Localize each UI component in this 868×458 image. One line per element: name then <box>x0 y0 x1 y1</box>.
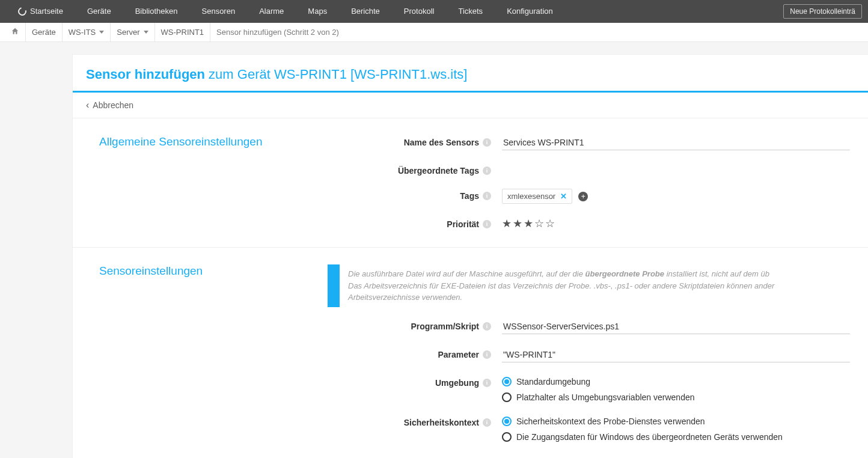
env-option-placeholder[interactable]: Platzhalter als Umgebungsvariablen verwe… <box>502 392 850 402</box>
nav-alarme[interactable]: Alarme <box>247 0 296 23</box>
chevron-down-icon <box>144 31 148 34</box>
parameter-input[interactable] <box>502 347 850 362</box>
nav-label: Protokoll <box>404 0 435 23</box>
label-text: Parameter <box>438 350 480 359</box>
nav-label: Alarme <box>259 0 284 23</box>
info-icon[interactable]: i <box>483 166 491 175</box>
crumb-label: Server <box>117 28 139 37</box>
nav-maps[interactable]: Maps <box>296 0 339 23</box>
crumb-label: Geräte <box>32 28 56 37</box>
tag-chip[interactable]: xmlexesensor ✕ <box>502 189 572 204</box>
row-program: Programm/Skript i <box>328 319 850 334</box>
sensor-name-input[interactable] <box>502 135 850 150</box>
nav-label: Tickets <box>458 0 483 23</box>
nav-startseite[interactable]: Startseite <box>6 0 75 23</box>
label-text: Tags <box>460 191 479 201</box>
control-parameter <box>502 347 850 362</box>
top-nav-right: Neue Protokolleinträ <box>783 4 862 19</box>
page-title-bold: Sensor hinzufügen <box>86 67 205 82</box>
home-icon <box>11 27 19 37</box>
row-mutex: Name des Mutex i <box>328 455 850 459</box>
row-priority: Priorität i ★ ★ ★ ☆ ☆ <box>328 217 850 230</box>
info-text: Die ausführbare Datei wird auf der Masch… <box>340 264 783 307</box>
row-parameter: Parameter i <box>328 347 850 362</box>
star-2-icon[interactable]: ★ <box>513 217 522 230</box>
nav-label: Bibliotheken <box>135 0 178 23</box>
label-text: Übergeordnete Tags <box>398 166 479 176</box>
logo-icon <box>16 5 28 17</box>
crumb-label: WS-ITS <box>69 28 96 37</box>
crumb-label: WS-PRINT1 <box>161 28 204 37</box>
label-environment: Umgebung i <box>328 376 502 388</box>
tag-label: xmlexesensor <box>507 192 555 201</box>
nav-geraete[interactable]: Geräte <box>75 0 123 23</box>
main-panel: Sensor hinzufügen zum Gerät WS-PRINT1 [W… <box>72 54 868 458</box>
radio-icon <box>502 432 512 442</box>
nav-berichte[interactable]: Berichte <box>339 0 392 23</box>
row-parent-tags: Übergeordnete Tags i <box>328 163 850 176</box>
row-environment: Umgebung i Standardumgebung Platzhalter … <box>328 376 850 402</box>
star-4-icon[interactable]: ☆ <box>534 217 544 230</box>
crumb-server[interactable]: Server <box>111 23 154 42</box>
label-text: Programm/Skript <box>411 322 479 331</box>
priority-stars: ★ ★ ★ ☆ ☆ <box>502 217 850 230</box>
control-tags: xmlexesensor ✕ + <box>502 189 850 204</box>
radio-icon <box>502 417 512 426</box>
control-program <box>502 319 850 334</box>
info-icon[interactable]: i <box>483 220 491 228</box>
info-line1-post: installiert ist, nicht auf dem üb <box>664 269 769 278</box>
info-line1-bold: übergeordnete Probe <box>585 269 664 278</box>
radio-icon <box>502 377 512 386</box>
info-icon[interactable]: i <box>483 192 491 200</box>
star-1-icon[interactable]: ★ <box>502 217 512 230</box>
radio-label: Die Zugangsdaten für Windows des übergeo… <box>516 432 783 442</box>
crumb-geraete[interactable]: Geräte <box>26 23 63 42</box>
row-security: Sicherheitskontext i Sicherheitskontext … <box>328 415 850 442</box>
label-tags: Tags i <box>328 189 502 201</box>
info-icon[interactable]: i <box>483 138 491 147</box>
crumb-wsits[interactable]: WS-ITS <box>63 23 111 42</box>
control-security: Sicherheitskontext des Probe-Dienstes ve… <box>502 415 850 442</box>
info-icon[interactable]: i <box>483 379 491 387</box>
section-body: Die ausführbare Datei wird auf der Masch… <box>328 264 850 458</box>
info-icon[interactable]: i <box>483 350 491 359</box>
sec-option-windows-creds[interactable]: Die Zugangsdaten für Windows des übergeo… <box>502 432 850 442</box>
info-banner: Die ausführbare Datei wird auf der Masch… <box>328 264 850 307</box>
radio-label: Platzhalter als Umgebungsvariablen verwe… <box>516 392 695 402</box>
section-title: Allgemeine Sensoreinstellungen <box>99 135 328 230</box>
label-priority: Priorität i <box>328 217 502 229</box>
page-header: Sensor hinzufügen zum Gerät WS-PRINT1 [W… <box>73 55 868 93</box>
program-input[interactable] <box>502 319 850 334</box>
info-line2: Das Arbeitsverzeichnis für EXE-Dateien i… <box>348 281 774 290</box>
sec-option-probe[interactable]: Sicherheitskontext des Probe-Dienstes ve… <box>502 417 850 426</box>
label-text: Priorität <box>447 219 479 229</box>
cancel-link[interactable]: Abbrechen <box>86 100 133 110</box>
label-mutex: Name des Mutex i <box>328 455 502 459</box>
page-title-rest: zum Gerät WS-PRINT1 [WS-PRINT1.ws.its] <box>205 67 467 82</box>
star-5-icon[interactable]: ☆ <box>545 217 555 230</box>
info-bar <box>328 264 340 307</box>
info-icon[interactable]: i <box>483 322 491 331</box>
crumb-home[interactable] <box>5 23 26 42</box>
new-log-entry-button[interactable]: Neue Protokolleinträ <box>783 4 862 19</box>
nav-konfiguration[interactable]: Konfiguration <box>495 0 565 23</box>
nav-label: Sensoren <box>202 0 236 23</box>
tag-box: xmlexesensor ✕ + <box>502 189 588 204</box>
nav-bibliotheken[interactable]: Bibliotheken <box>123 0 190 23</box>
info-icon[interactable]: i <box>483 418 491 427</box>
control-sensor-name <box>502 135 850 150</box>
crumb-wsprint1[interactable]: WS-PRINT1 <box>155 23 211 42</box>
star-3-icon[interactable]: ★ <box>524 217 533 230</box>
section-sensor-settings: Sensoreinstellungen Die ausführbare Date… <box>73 248 868 458</box>
nav-tickets[interactable]: Tickets <box>446 0 495 23</box>
nav-protokoll[interactable]: Protokoll <box>392 0 447 23</box>
label-text: Umgebung <box>435 378 479 388</box>
nav-label: Startseite <box>30 0 63 23</box>
env-option-standard[interactable]: Standardumgebung <box>502 377 850 386</box>
nav-sensoren[interactable]: Sensoren <box>190 0 248 23</box>
label-text: Sicherheitskontext <box>404 418 479 427</box>
nav-label: Konfiguration <box>507 0 553 23</box>
control-environment: Standardumgebung Platzhalter als Umgebun… <box>502 376 850 402</box>
tag-add-icon[interactable]: + <box>578 192 588 201</box>
tag-remove-icon[interactable]: ✕ <box>560 192 567 201</box>
